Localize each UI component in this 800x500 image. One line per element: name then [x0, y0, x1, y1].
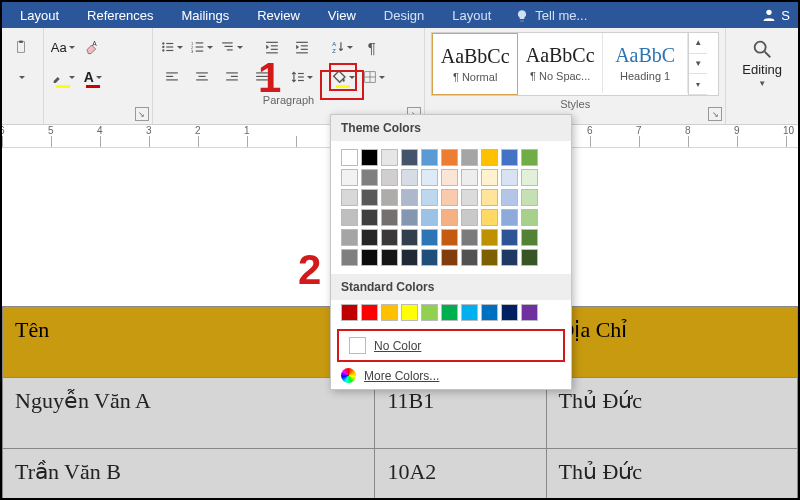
color-swatch[interactable] — [341, 249, 358, 266]
color-swatch[interactable] — [501, 149, 518, 166]
color-swatch[interactable] — [421, 169, 438, 186]
style-normal[interactable]: AaBbCc ¶ Normal — [432, 33, 518, 95]
color-swatch[interactable] — [461, 189, 478, 206]
tab-review[interactable]: Review — [243, 3, 314, 28]
color-swatch[interactable] — [361, 189, 378, 206]
font-color-button[interactable]: A — [80, 64, 106, 90]
bullets-button[interactable] — [159, 34, 185, 60]
table-row[interactable]: Trần Văn B 10A2 Thủ Đức — [3, 449, 798, 501]
color-swatch[interactable] — [381, 209, 398, 226]
color-swatch[interactable] — [461, 229, 478, 246]
color-swatch[interactable] — [381, 249, 398, 266]
color-swatch[interactable] — [421, 209, 438, 226]
color-swatch[interactable] — [441, 189, 458, 206]
color-swatch[interactable] — [521, 169, 538, 186]
color-swatch[interactable] — [521, 189, 538, 206]
color-swatch[interactable] — [481, 169, 498, 186]
color-swatch[interactable] — [521, 249, 538, 266]
share-button[interactable]: S — [753, 2, 798, 28]
change-case-button[interactable]: Aa — [50, 34, 76, 60]
tab-layout[interactable]: Layout — [6, 3, 73, 28]
color-swatch[interactable] — [401, 169, 418, 186]
style-gallery-scroll[interactable]: ▲▼▾ — [688, 33, 707, 95]
table-cell[interactable]: Thủ Đức — [546, 378, 797, 449]
color-swatch[interactable] — [381, 149, 398, 166]
text-highlight-button[interactable] — [50, 64, 76, 90]
line-spacing-button[interactable] — [289, 64, 315, 90]
color-swatch[interactable] — [401, 149, 418, 166]
color-swatch[interactable] — [341, 304, 358, 321]
tab-mailings[interactable]: Mailings — [168, 3, 244, 28]
color-swatch[interactable] — [481, 304, 498, 321]
color-swatch[interactable] — [421, 189, 438, 206]
color-swatch[interactable] — [501, 189, 518, 206]
show-marks-button[interactable]: ¶ — [359, 34, 385, 60]
sort-button[interactable]: AZ — [329, 34, 355, 60]
align-left-button[interactable] — [159, 64, 185, 90]
color-swatch[interactable] — [421, 149, 438, 166]
table-cell[interactable]: Thủ Đức — [546, 449, 797, 501]
tab-view[interactable]: View — [314, 3, 370, 28]
color-swatch[interactable] — [481, 189, 498, 206]
table-header-cell[interactable]: Địa Chỉ — [546, 307, 797, 378]
color-swatch[interactable] — [521, 229, 538, 246]
color-swatch[interactable] — [381, 169, 398, 186]
table-cell[interactable]: Trần Văn B — [3, 449, 375, 501]
tab-table-layout[interactable]: Layout — [438, 3, 505, 28]
color-swatch[interactable] — [341, 189, 358, 206]
table-cell[interactable]: Nguyễn Văn A — [3, 378, 375, 449]
color-swatch[interactable] — [361, 149, 378, 166]
color-swatch[interactable] — [361, 169, 378, 186]
styles-dialog-launcher[interactable]: ↘ — [708, 107, 722, 121]
color-swatch[interactable] — [481, 209, 498, 226]
color-swatch[interactable] — [401, 229, 418, 246]
color-swatch[interactable] — [341, 209, 358, 226]
align-center-button[interactable] — [189, 64, 215, 90]
align-right-button[interactable] — [219, 64, 245, 90]
color-swatch[interactable] — [401, 189, 418, 206]
color-swatch[interactable] — [361, 229, 378, 246]
color-swatch[interactable] — [381, 189, 398, 206]
color-swatch[interactable] — [401, 209, 418, 226]
find-button[interactable]: Editing ▼ — [732, 32, 792, 94]
color-swatch[interactable] — [481, 229, 498, 246]
color-swatch[interactable] — [481, 249, 498, 266]
color-swatch[interactable] — [401, 249, 418, 266]
font-dialog-launcher[interactable]: ↘ — [135, 107, 149, 121]
tell-me-search[interactable]: Tell me... — [505, 3, 597, 28]
color-swatch[interactable] — [381, 304, 398, 321]
color-swatch[interactable] — [461, 209, 478, 226]
style-no-spacing[interactable]: AaBbCc ¶ No Spac... — [518, 33, 603, 93]
table-header-cell[interactable]: Tên — [3, 307, 375, 378]
color-swatch[interactable] — [521, 304, 538, 321]
color-swatch[interactable] — [461, 249, 478, 266]
color-swatch[interactable] — [461, 169, 478, 186]
clear-formatting-button[interactable]: A — [80, 34, 106, 60]
color-swatch[interactable] — [441, 209, 458, 226]
color-swatch[interactable] — [441, 229, 458, 246]
color-swatch[interactable] — [341, 229, 358, 246]
tab-table-design[interactable]: Design — [370, 3, 438, 28]
color-swatch[interactable] — [461, 149, 478, 166]
more-colors-menuitem[interactable]: More Colors... — [331, 362, 571, 389]
color-swatch[interactable] — [461, 304, 478, 321]
numbering-button[interactable]: 123 — [189, 34, 215, 60]
color-swatch[interactable] — [501, 209, 518, 226]
color-swatch[interactable] — [421, 304, 438, 321]
color-swatch[interactable] — [361, 249, 378, 266]
color-swatch[interactable] — [381, 229, 398, 246]
table-cell[interactable]: 10A2 — [375, 449, 546, 501]
color-swatch[interactable] — [421, 229, 438, 246]
paste-button[interactable] — [8, 34, 34, 60]
borders-button[interactable] — [361, 64, 387, 90]
color-swatch[interactable] — [341, 169, 358, 186]
color-swatch[interactable] — [521, 149, 538, 166]
color-swatch[interactable] — [521, 209, 538, 226]
color-swatch[interactable] — [361, 209, 378, 226]
style-gallery[interactable]: AaBbCc ¶ Normal AaBbCc ¶ No Spac... AaBb… — [431, 32, 719, 96]
color-swatch[interactable] — [501, 304, 518, 321]
no-color-menuitem[interactable]: No Color — [337, 329, 565, 362]
style-heading1[interactable]: AaBbC Heading 1 — [603, 33, 688, 93]
color-swatch[interactable] — [421, 249, 438, 266]
color-swatch[interactable] — [361, 304, 378, 321]
